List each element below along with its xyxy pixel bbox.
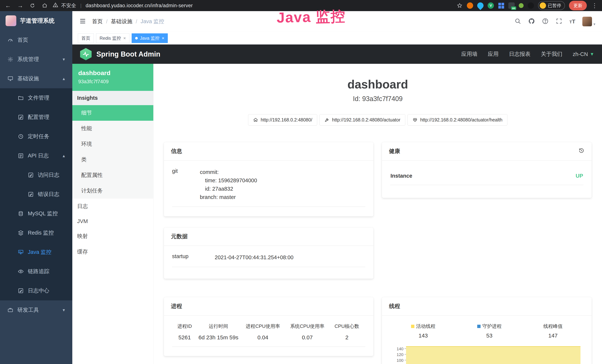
chevron-up-icon: ▴: [63, 76, 65, 81]
info-card-title: 信息: [171, 147, 182, 155]
home-icon: [253, 117, 258, 122]
sidebar-item-infra[interactable]: 基础设施 ▴: [0, 69, 72, 88]
extension-leaf-icon[interactable]: [519, 3, 524, 8]
search-icon[interactable]: [515, 18, 521, 25]
sidebar-toggle-icon[interactable]: [79, 17, 86, 26]
tab-redis[interactable]: Redis 监控 ×: [96, 33, 129, 43]
extension-grid-icon[interactable]: [498, 2, 504, 9]
heart-pulse-icon: [412, 117, 418, 122]
sba-item-mappings[interactable]: 映射: [72, 228, 153, 244]
github-icon[interactable]: [528, 18, 535, 25]
sba-item-details[interactable]: 细节: [72, 105, 153, 121]
instance-id: 93a3fc7f7409: [78, 79, 147, 85]
sidebar-item-system[interactable]: 系统管理 ▾: [0, 50, 72, 69]
sba-nav-about[interactable]: 关于我们: [541, 50, 562, 58]
sidebar-item-apilog[interactable]: API 日志 ▴: [0, 146, 72, 165]
health-url-label: http://192.168.0.2:48080/actuator/health: [420, 117, 502, 123]
process-card-title: 进程: [171, 302, 182, 310]
profile-emoji-icon: [540, 2, 546, 9]
profile-paused-badge[interactable]: 已暂停: [538, 1, 565, 10]
sba-nav-applications[interactable]: 应用: [488, 50, 499, 58]
sba-item-logfile[interactable]: 日志: [72, 199, 153, 214]
java-monitor-icon: [18, 249, 24, 255]
sidebar-item-label: MySQL 监控: [28, 210, 58, 217]
sidebar-item-mysql[interactable]: MySQL 监控: [0, 204, 72, 223]
extension-vue-devtools-icon[interactable]: V: [488, 2, 494, 9]
reload-icon[interactable]: [28, 1, 37, 10]
chrome-update-button[interactable]: 更新: [569, 1, 587, 11]
sidebar-item-java[interactable]: Java 监控: [0, 243, 72, 262]
log-icon: [18, 153, 24, 159]
git-commit-line: commit:: [200, 168, 365, 176]
home-icon[interactable]: [40, 1, 49, 10]
forward-icon[interactable]: →: [16, 1, 24, 10]
locale-label: zh-CN: [573, 51, 588, 57]
health-url-button[interactable]: http://192.168.0.2:48080/actuator/health: [408, 114, 507, 126]
info-key: git: [172, 168, 200, 201]
legend-live: 活动线程 143: [411, 323, 436, 339]
service-url-button[interactable]: http://192.168.0.2:48080/: [248, 114, 317, 126]
edit-icon: [18, 114, 24, 120]
sba-item-configprops[interactable]: 配置属性: [72, 167, 153, 183]
legend-peak: 线程峰值 147: [543, 323, 563, 339]
breadcrumb-infra[interactable]: 基础设施: [111, 18, 132, 25]
app-brand[interactable]: 芋道管理系统: [0, 11, 72, 30]
sidebar-item-job[interactable]: 定时任务: [0, 127, 72, 146]
fullscreen-icon[interactable]: [556, 18, 562, 25]
sba-content: dashboard Id: 93a3fc7f7409 http://192.16…: [153, 64, 602, 364]
y-tick: 120: [390, 352, 406, 358]
sidebar-item-redis[interactable]: Redis 监控: [0, 223, 72, 243]
close-icon[interactable]: ×: [162, 36, 164, 41]
sidebar-item-devtools[interactable]: 研发工具 ▾: [0, 300, 72, 320]
extension-ublock-icon[interactable]: on: [508, 2, 515, 9]
sidebar-item-logcenter[interactable]: 日志中心: [0, 281, 72, 300]
sba-item-classes[interactable]: 类: [72, 152, 153, 167]
folder-icon: [18, 95, 24, 101]
history-icon[interactable]: [578, 147, 585, 155]
sba-nav-journal[interactable]: 日志报表: [509, 50, 530, 58]
sidebar-item-label: API 日志: [28, 152, 49, 160]
sba-item-metrics[interactable]: 性能: [72, 121, 153, 136]
sidebar-item-home[interactable]: 首页: [0, 30, 72, 50]
browser-menu-icon[interactable]: ⋮: [591, 2, 598, 9]
sidebar-item-accesslog[interactable]: 访问日志: [0, 165, 72, 185]
process-header-pid: 进程ID: [172, 323, 197, 330]
extension-drop-icon[interactable]: [476, 1, 485, 10]
address-bar[interactable]: 不安全 | dashboard.yudao.iocoder.cn/infra/a…: [53, 2, 453, 9]
sba-instance-header[interactable]: dashboard 93a3fc7f7409: [72, 64, 153, 91]
bookmark-star-icon[interactable]: [456, 2, 463, 9]
sidebar-item-file[interactable]: 文件管理: [0, 88, 72, 107]
user-menu[interactable]: ▾: [582, 17, 595, 26]
sidebar-item-trace[interactable]: 链路追踪: [0, 262, 72, 281]
header-tools: TT ▾: [515, 17, 595, 26]
screen: ← → 不安全 | dashboard.yudao.iocoder.cn/inf…: [0, 0, 602, 364]
sba-item-jvm[interactable]: JVM: [72, 214, 153, 228]
sba-item-env[interactable]: 环境: [72, 136, 153, 152]
sba-item-scheduled[interactable]: 计划任务: [72, 183, 153, 199]
submenu-infra: 文件管理 配置管理 定时任务 API 日志 ▴ 访问日志: [0, 88, 72, 300]
actuator-url-label: http://192.168.0.2:48080/actuator: [332, 117, 400, 123]
close-icon[interactable]: ×: [123, 36, 126, 41]
sba-locale-select[interactable]: zh-CN ▼: [573, 51, 594, 57]
sba-brand[interactable]: Spring Boot Admin: [97, 50, 160, 58]
threads-chart-y-axis: 140 120 100: [390, 345, 406, 364]
tab-home[interactable]: 首页: [78, 33, 94, 43]
extension-dark-icon[interactable]: [528, 2, 534, 9]
sidebar-item-config[interactable]: 配置管理: [0, 107, 72, 127]
sba-nav-wallboard[interactable]: 应用墙: [461, 50, 477, 58]
help-icon[interactable]: [542, 18, 548, 25]
process-header-uptime: 运行时间: [197, 323, 239, 330]
extension-orange-icon[interactable]: [467, 2, 473, 9]
sidebar-item-label: Redis 监控: [28, 229, 54, 237]
sba-group-insights: Insights: [72, 91, 153, 105]
sba-item-caches[interactable]: 缓存: [72, 244, 153, 260]
health-instance-row: Instance UP: [390, 171, 583, 185]
layers-icon: [18, 230, 24, 236]
actuator-url-button[interactable]: http://192.168.0.2:48080/actuator: [320, 114, 405, 126]
sidebar-item-errorlog[interactable]: 错误日志: [0, 185, 72, 204]
font-size-icon[interactable]: TT: [569, 18, 575, 25]
tab-java[interactable]: Java 监控 ×: [132, 33, 168, 43]
back-icon[interactable]: ←: [4, 1, 12, 10]
breadcrumb-home[interactable]: 首页: [92, 18, 103, 25]
caret-down-icon: ▾: [593, 22, 595, 26]
